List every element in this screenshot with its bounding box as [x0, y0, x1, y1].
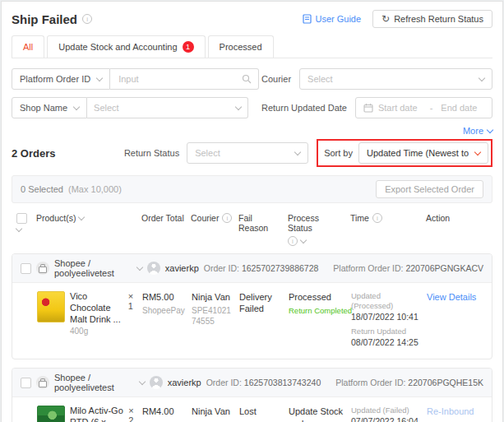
shop-name-dropdown[interactable]: Shopee / poolyeelivetest — [54, 373, 145, 392]
tab-processed[interactable]: Processed — [208, 35, 274, 58]
return-status-select[interactable]: Select — [187, 142, 308, 164]
time-value: 18/07/2022 10:41 — [351, 312, 420, 323]
chevron-down-icon — [487, 126, 493, 132]
platform-order-id-value: 220706PGQHE15K — [408, 378, 483, 387]
buyer-username: xavierkp — [165, 263, 199, 273]
order-checkbox[interactable] — [21, 378, 31, 388]
view-details-link[interactable]: View Details — [427, 291, 485, 303]
order-checkbox[interactable] — [21, 263, 31, 274]
chevron-down-icon — [294, 148, 301, 155]
chevron-down-icon[interactable] — [78, 213, 85, 220]
info-icon[interactable] — [82, 14, 92, 24]
order-id-label: Order ID: — [204, 263, 239, 273]
tracking-number: SPE4102174555 — [192, 305, 233, 327]
time-value: 07/07/2022 16:04 — [351, 416, 420, 422]
shop-name-type-select[interactable]: Shop Name — [12, 97, 87, 118]
platform-order-id-filter: Platform Order ID — [12, 68, 248, 90]
info-icon[interactable] — [288, 236, 298, 246]
product-name: Vico Chocolate Malt Drink ... — [70, 291, 123, 325]
order-card-header: Shopee / poolyeelivetest xavierkp Order … — [12, 254, 492, 283]
order-card: Shopee / poolyeelivetest xavierkp Order … — [12, 368, 492, 422]
export-selected-order-button[interactable]: Export Selected Order — [376, 180, 483, 198]
return-updated-date-picker[interactable]: Start date - End date — [355, 97, 492, 118]
refresh-icon: ↻ — [381, 14, 390, 24]
platform-order-id-label: Platform Order ID: — [333, 263, 403, 273]
shop-name-dropdown[interactable]: Shopee / poolyeelivetest — [54, 258, 142, 278]
re-inbound-link[interactable]: Re-Inbound — [427, 406, 485, 417]
sort-by-label: Sort by — [324, 148, 353, 158]
sort-by-select[interactable]: Updated Time (Newest to Old... — [358, 142, 488, 164]
buyer-username: xavierkp — [168, 378, 201, 387]
platform-order-id-input[interactable] — [117, 73, 237, 85]
more-filters-link[interactable]: More — [463, 126, 492, 136]
start-date-field[interactable]: Start date — [378, 103, 422, 113]
process-status: Update Stock and Accounting — [289, 406, 344, 422]
courier-select[interactable]: Select — [299, 68, 492, 90]
chevron-down-icon[interactable] — [16, 225, 22, 232]
orders-count: 2 Orders — [12, 147, 124, 160]
chevron-down-icon — [235, 103, 242, 109]
time-label: Updated (Failed) — [351, 406, 420, 415]
calendar-icon — [363, 103, 373, 113]
chevron-down-icon — [138, 378, 145, 385]
order-card-header: Shopee / poolyeelivetest xavierkp Order … — [12, 369, 492, 397]
refresh-button-label: Refresh Return Status — [394, 14, 483, 24]
shop-name-select[interactable]: Select — [87, 97, 248, 118]
platform-order-id-type-select[interactable]: Platform Order ID — [12, 68, 110, 90]
ship-failed-page: Ship Failed User Guide ↻ Refresh Return … — [1, 1, 503, 422]
buyer-avatar — [150, 376, 163, 389]
time-label: Updated (Processed) — [351, 291, 420, 312]
info-icon[interactable] — [372, 213, 382, 223]
sort-by-highlight-annotation: Sort by Updated Time (Newest to Old... — [317, 139, 492, 167]
return-updated-date-label: Return Updated Date — [261, 103, 347, 113]
product-image — [37, 406, 65, 422]
buyer-avatar — [147, 262, 160, 275]
product-image — [37, 291, 65, 322]
shopee-icon — [36, 262, 49, 275]
user-guide-link[interactable]: User Guide — [303, 14, 361, 24]
order-total: RM5.00 — [142, 291, 185, 303]
product-variant: 400g — [70, 327, 123, 336]
tab-all[interactable]: All — [12, 35, 44, 58]
end-date-field[interactable]: End date — [441, 103, 484, 113]
product-quantity: × 1 — [128, 291, 139, 311]
select-all-checkbox[interactable] — [16, 213, 27, 224]
chevron-down-icon[interactable] — [300, 236, 307, 243]
shopee-icon — [36, 376, 49, 389]
time-value: 08/07/2022 14:25 — [351, 337, 420, 349]
order-row: Milo Activ-Go RTD (6 x 200ml) Milo Activ… — [12, 397, 492, 422]
search-icon — [242, 74, 252, 84]
order-total: RM4.00 — [142, 406, 185, 417]
info-icon[interactable] — [222, 213, 232, 223]
page-header: Ship Failed User Guide ↻ Refresh Return … — [12, 10, 492, 28]
fail-reason: Lost — [239, 406, 282, 417]
courier-name: Ninja Van — [192, 291, 233, 303]
selection-bar: 0 Selected (Max 10,000) Export Selected … — [12, 175, 492, 203]
product-name: Milo Activ-Go RTD (6 x 200ml) — [70, 406, 123, 422]
document-icon — [303, 14, 312, 24]
fail-reason: Delivery Failed — [239, 291, 282, 315]
page-title: Ship Failed — [12, 12, 77, 26]
table-header: Product(s) Order Total Courier Fail Reas… — [12, 211, 492, 253]
platform-order-id-label: Platform Order ID: — [335, 378, 405, 387]
tab-update-stock-and-accounting[interactable]: Update Stock and Accounting 1 — [47, 35, 205, 58]
return-status-label: Return Status — [124, 148, 179, 158]
date-separator: - — [427, 103, 437, 113]
order-id-value: 1625703813743240 — [244, 378, 321, 387]
process-status: Processed — [289, 291, 344, 303]
process-sub-status: Return Completed — [289, 306, 344, 315]
filter-row-2: Shop Name Select Return Updated Date Sta… — [12, 97, 492, 118]
refresh-return-status-button[interactable]: ↻ Refresh Return Status — [372, 10, 492, 28]
chevron-down-icon — [96, 74, 103, 81]
tab-count-badge: 1 — [183, 41, 194, 53]
courier-filter-label: Courier — [261, 74, 291, 84]
shop-name-filter: Shop Name Select — [12, 97, 248, 118]
order-id-label: Order ID: — [206, 378, 242, 387]
product-quantity: × 2 — [128, 406, 139, 422]
payment-method: ShopeePay — [142, 305, 185, 316]
courier-name: Ninja Van — [192, 406, 233, 417]
order-row: Vico Chocolate Malt Drink ... 400g × 1 R… — [12, 283, 492, 359]
selected-max: (Max 10,000) — [68, 184, 122, 194]
user-guide-label: User Guide — [315, 14, 361, 24]
status-tabs: All Update Stock and Accounting 1 Proces… — [12, 35, 492, 58]
